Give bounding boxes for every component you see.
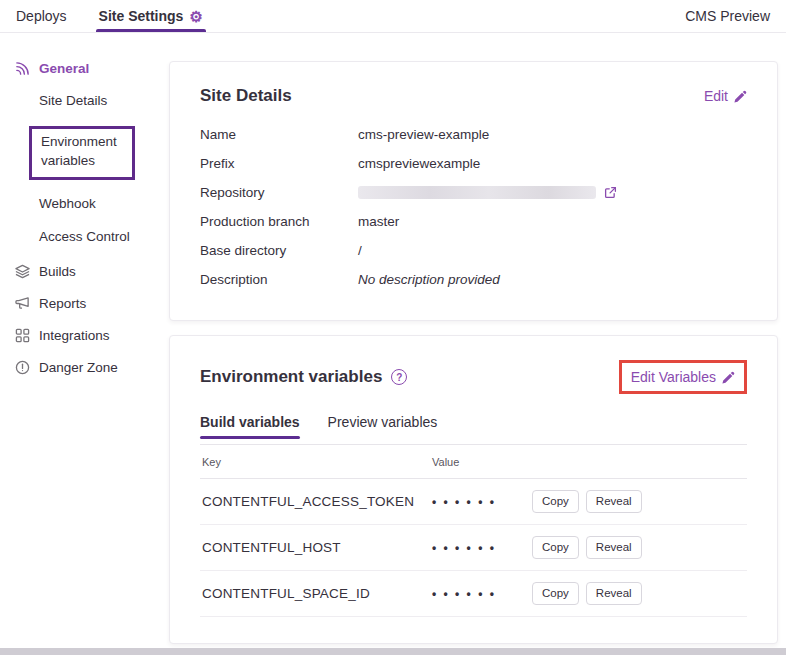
field-row-name: Name cms-preview-example bbox=[200, 120, 747, 149]
help-icon[interactable]: ? bbox=[391, 369, 407, 385]
environment-variables-card: Environment variables ? Edit Variables bbox=[169, 335, 778, 644]
env-var-masked-value: • • • • • • bbox=[432, 541, 532, 555]
env-var-key: CONTENTFUL_ACCESS_TOKEN bbox=[202, 494, 432, 509]
sidebar-item-builds[interactable]: Builds bbox=[15, 264, 166, 279]
edit-site-details-button[interactable]: Edit bbox=[704, 88, 747, 104]
env-var-row: CONTENTFUL_ACCESS_TOKEN • • • • • • Copy… bbox=[200, 479, 747, 525]
sidebar-item-label: Reports bbox=[39, 296, 86, 311]
site-details-title: Site Details bbox=[200, 86, 292, 106]
tab-preview-variables[interactable]: Preview variables bbox=[328, 414, 438, 439]
general-subnav: Site Details Environment variables Webho… bbox=[39, 93, 166, 244]
copy-button[interactable]: Copy bbox=[532, 536, 579, 559]
field-row-prefix: Prefix cmspreviewexample bbox=[200, 149, 747, 178]
field-value: No description provided bbox=[358, 272, 500, 287]
settings-content: Site Details Edit Name cms-preview-examp… bbox=[166, 33, 786, 648]
window-bottom-edge bbox=[0, 648, 786, 655]
sidebar-item-site-details[interactable]: Site Details bbox=[39, 93, 166, 108]
gear-icon: ⚙ bbox=[189, 9, 202, 24]
integrations-icon bbox=[15, 328, 30, 343]
tab-site-settings[interactable]: Site Settings ⚙ bbox=[99, 0, 203, 32]
repository-redacted-value bbox=[358, 186, 596, 199]
env-vars-title-text: Environment variables bbox=[200, 367, 382, 387]
env-var-tabs: Build variables Preview variables bbox=[200, 414, 747, 439]
pencil-icon bbox=[734, 90, 747, 103]
sidebar-item-label: General bbox=[39, 61, 89, 76]
field-value: cms-preview-example bbox=[358, 127, 489, 142]
settings-sidebar: General Site Details Environment variabl… bbox=[0, 33, 166, 648]
sidebar-item-reports[interactable]: Reports bbox=[15, 296, 166, 311]
env-vars-header: Environment variables ? Edit Variables bbox=[200, 360, 747, 394]
field-label: Prefix bbox=[200, 156, 358, 171]
field-label: Name bbox=[200, 127, 358, 142]
annotation-box-red: Edit Variables bbox=[619, 360, 747, 394]
env-var-key: CONTENTFUL_SPACE_ID bbox=[202, 586, 432, 601]
field-label: Repository bbox=[200, 185, 358, 200]
tab-build-variables[interactable]: Build variables bbox=[200, 414, 300, 439]
sidebar-item-access-control[interactable]: Access Control bbox=[39, 229, 166, 244]
sidebar-item-label: Danger Zone bbox=[39, 360, 118, 375]
field-value: cmspreviewexample bbox=[358, 156, 480, 171]
sidebar-item-environment-variables[interactable]: Environment variables bbox=[29, 126, 166, 180]
env-var-masked-value: • • • • • • bbox=[432, 495, 532, 509]
env-var-key: CONTENTFUL_HOST bbox=[202, 540, 432, 555]
annotation-box-purple: Environment variables bbox=[29, 126, 135, 180]
field-row-repository: Repository bbox=[200, 178, 747, 207]
top-nav: Deploys Site Settings ⚙ CMS Preview bbox=[0, 0, 786, 33]
edit-variables-label: Edit Variables bbox=[631, 369, 716, 385]
field-label: Production branch bbox=[200, 214, 358, 229]
field-label: Base directory bbox=[200, 243, 358, 258]
builds-icon bbox=[15, 264, 30, 279]
edit-variables-button[interactable]: Edit Variables bbox=[631, 369, 735, 385]
reveal-button[interactable]: Reveal bbox=[586, 582, 642, 605]
external-link-icon[interactable] bbox=[604, 186, 617, 199]
field-label: Description bbox=[200, 272, 358, 287]
app-window: Deploys Site Settings ⚙ CMS Preview Gene… bbox=[0, 0, 786, 655]
env-vars-title: Environment variables ? bbox=[200, 367, 407, 387]
env-var-row: CONTENTFUL_HOST • • • • • • Copy Reveal bbox=[200, 525, 747, 571]
field-value: master bbox=[358, 214, 399, 229]
reveal-button[interactable]: Reveal bbox=[586, 490, 642, 513]
table-header-row: Key Value bbox=[200, 445, 747, 479]
field-value: / bbox=[358, 243, 362, 258]
tab-deploys[interactable]: Deploys bbox=[16, 0, 67, 32]
sidebar-item-label: Builds bbox=[39, 264, 76, 279]
edit-label: Edit bbox=[704, 88, 728, 104]
column-header-key: Key bbox=[202, 456, 432, 468]
copy-button[interactable]: Copy bbox=[532, 490, 579, 513]
settings-layout: General Site Details Environment variabl… bbox=[0, 33, 786, 648]
sidebar-item-general[interactable]: General bbox=[15, 61, 166, 76]
field-row-production-branch: Production branch master bbox=[200, 207, 747, 236]
repository-value bbox=[358, 186, 617, 199]
site-details-card: Site Details Edit Name cms-preview-examp… bbox=[169, 61, 778, 321]
sidebar-item-danger-zone[interactable]: Danger Zone bbox=[15, 360, 166, 375]
reveal-button[interactable]: Reveal bbox=[586, 536, 642, 559]
general-icon bbox=[15, 61, 30, 76]
danger-zone-icon bbox=[15, 360, 30, 375]
reports-icon bbox=[15, 296, 30, 311]
tab-site-settings-label: Site Settings bbox=[99, 8, 184, 24]
site-details-title-text: Site Details bbox=[200, 86, 292, 106]
env-var-row: CONTENTFUL_SPACE_ID • • • • • • Copy Rev… bbox=[200, 571, 747, 617]
pencil-icon bbox=[722, 371, 735, 384]
sidebar-item-webhook[interactable]: Webhook bbox=[39, 196, 166, 211]
site-details-header: Site Details Edit bbox=[200, 86, 747, 106]
field-row-description: Description No description provided bbox=[200, 265, 747, 294]
sidebar-item-integrations[interactable]: Integrations bbox=[15, 328, 166, 343]
copy-button[interactable]: Copy bbox=[532, 582, 579, 605]
column-header-value: Value bbox=[432, 456, 532, 468]
site-details-fields: Name cms-preview-example Prefix cmsprevi… bbox=[200, 120, 747, 294]
env-vars-table: Key Value CONTENTFUL_ACCESS_TOKEN • • • … bbox=[200, 444, 747, 617]
sidebar-item-label: Integrations bbox=[39, 328, 110, 343]
env-var-masked-value: • • • • • • bbox=[432, 587, 532, 601]
field-row-base-directory: Base directory / bbox=[200, 236, 747, 265]
cms-preview-link[interactable]: CMS Preview bbox=[685, 0, 770, 32]
